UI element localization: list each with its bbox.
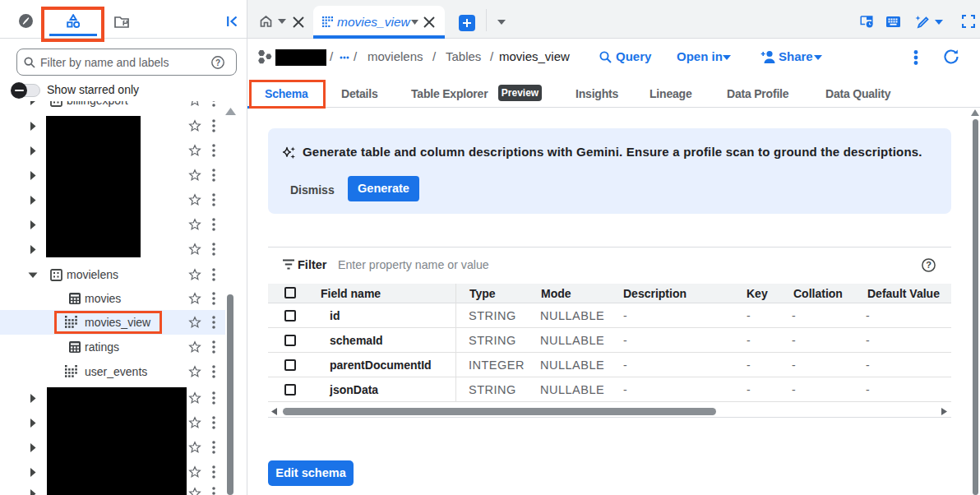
svg-text:?: ? [215,58,220,67]
svg-text:?: ? [926,260,931,270]
